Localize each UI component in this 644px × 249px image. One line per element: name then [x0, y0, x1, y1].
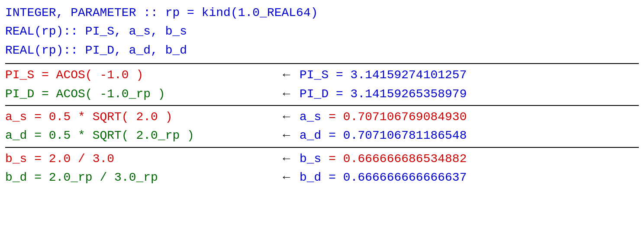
- a-d-value: = 0.707106781186548: [328, 129, 467, 142]
- header-line-3-rest: :: PI_D, a_d, b_d: [63, 41, 187, 60]
- divider-1: [5, 63, 639, 64]
- header-line-1: INTEGER, PARAMETER :: rp = kind(1.0_REAL…: [5, 3, 639, 22]
- b-d-label: b_d: [299, 171, 328, 184]
- pi-d-result: PI_D = 3.14159265358979: [299, 85, 639, 103]
- b-d-value: = 0.666666666666637: [328, 171, 467, 184]
- row-pi-s: PI_S = ACOS( -1.0 ) ← PI_S = 3.141592741…: [5, 66, 639, 84]
- b-s-code: b_s = 2.0 / 3.0: [5, 150, 274, 168]
- arrow-a-s: ←: [274, 108, 299, 126]
- b-s-value: = 0.666666686534882: [328, 152, 467, 166]
- pi-d-label: PI_D: [299, 87, 336, 101]
- keyword-integer: INTEGER: [5, 3, 56, 22]
- section-pi: PI_S = ACOS( -1.0 ) ← PI_S = 3.141592741…: [5, 66, 639, 103]
- arrow-pi-d: ←: [274, 85, 299, 103]
- pi-s-result: PI_S = 3.14159274101257: [299, 66, 639, 84]
- pi-d-value: = 3.14159265358979: [336, 87, 467, 101]
- code-block: INTEGER, PARAMETER :: rp = kind(1.0_REAL…: [5, 3, 639, 187]
- header-line-2-rest: :: PI_S, a_s, b_s: [63, 22, 187, 41]
- row-pi-d: PI_D = ACOS( -1.0_rp ) ← PI_D = 3.141592…: [5, 85, 639, 103]
- arrow-pi-s: ←: [274, 66, 299, 84]
- keyword-real-rp-1: REAL(rp): [5, 22, 63, 41]
- arrow-b-d: ←: [274, 168, 299, 187]
- a-s-label: a_s: [299, 110, 328, 124]
- a-s-value: = 0.707106769084930: [328, 110, 467, 124]
- section-b: b_s = 2.0 / 3.0 ← b_s = 0.66666668653488…: [5, 150, 639, 187]
- row-b-d: b_d = 2.0_rp / 3.0_rp ← b_d = 0.66666666…: [5, 168, 639, 187]
- pi-s-code: PI_S = ACOS( -1.0 ): [5, 66, 274, 84]
- a-d-result: a_d = 0.707106781186548: [299, 126, 639, 145]
- keyword-real-rp-2: REAL(rp): [5, 41, 63, 60]
- b-s-label: b_s: [299, 152, 328, 166]
- row-b-s: b_s = 2.0 / 3.0 ← b_s = 0.66666668653488…: [5, 150, 639, 168]
- a-d-code: a_d = 0.5 * SQRT( 2.0_rp ): [5, 126, 274, 145]
- b-d-code: b_d = 2.0_rp / 3.0_rp: [5, 168, 274, 187]
- pi-d-code: PI_D = ACOS( -1.0_rp ): [5, 85, 274, 103]
- a-s-code: a_s = 0.5 * SQRT( 2.0 ): [5, 108, 274, 126]
- a-s-result: a_s = 0.707106769084930: [299, 108, 639, 126]
- header-section: INTEGER, PARAMETER :: rp = kind(1.0_REAL…: [5, 3, 639, 61]
- row-a-d: a_d = 0.5 * SQRT( 2.0_rp ) ← a_d = 0.707…: [5, 126, 639, 145]
- divider-3: [5, 147, 639, 148]
- divider-2: [5, 105, 639, 106]
- header-line-3: REAL(rp) :: PI_D, a_d, b_d: [5, 41, 639, 60]
- header-line-2: REAL(rp) :: PI_S, a_s, b_s: [5, 22, 639, 41]
- section-a: a_s = 0.5 * SQRT( 2.0 ) ← a_s = 0.707106…: [5, 108, 639, 145]
- header-line-1-rest: , PARAMETER :: rp = kind(1.0_REAL64): [56, 3, 318, 22]
- arrow-b-s: ←: [274, 150, 299, 168]
- arrow-a-d: ←: [274, 126, 299, 145]
- row-a-s: a_s = 0.5 * SQRT( 2.0 ) ← a_s = 0.707106…: [5, 108, 639, 126]
- pi-s-value: = 3.14159274101257: [336, 68, 467, 82]
- b-d-result: b_d = 0.666666666666637: [299, 168, 639, 187]
- b-s-result: b_s = 0.666666686534882: [299, 150, 639, 168]
- a-d-label: a_d: [299, 129, 328, 142]
- pi-s-label: PI_S: [299, 68, 336, 82]
